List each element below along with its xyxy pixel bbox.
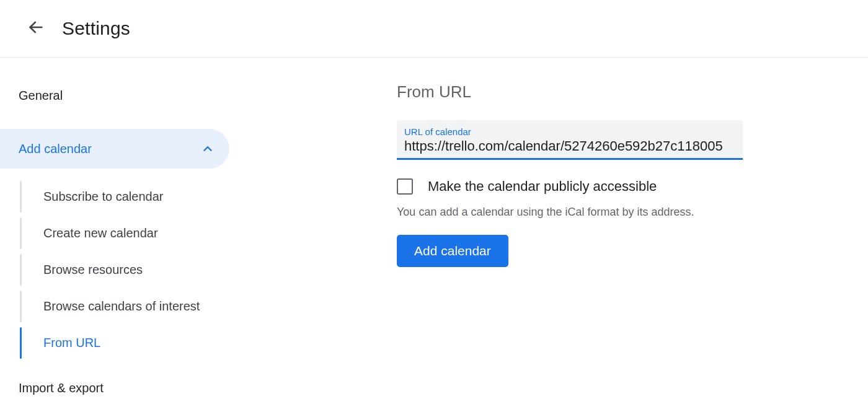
sidebar-item-label: Browse calendars of interest [43, 299, 200, 313]
add-calendar-button[interactable]: Add calendar [397, 235, 508, 267]
sidebar-item-browse-interest[interactable]: Browse calendars of interest [19, 288, 248, 325]
main-content: From URL URL of calendar Make the calend… [248, 58, 868, 402]
url-input[interactable] [404, 138, 735, 154]
sidebar-item-label: Subscribe to calendar [43, 190, 163, 203]
add-calendar-subnav: Subscribe to calendar Create new calenda… [0, 178, 248, 361]
public-checkbox-row[interactable]: Make the calendar publicly accessible [397, 178, 868, 195]
sidebar-item-label: Browse resources [43, 263, 143, 276]
sidebar-item-import-export[interactable]: Import & export [0, 361, 248, 402]
sidebar-item-browse-resources[interactable]: Browse resources [19, 252, 248, 288]
sidebar-item-create-new[interactable]: Create new calendar [19, 215, 248, 252]
public-checkbox[interactable] [397, 178, 413, 195]
url-field[interactable]: URL of calendar [397, 120, 743, 160]
chevron-up-icon [201, 142, 215, 156]
sidebar-item-subscribe[interactable]: Subscribe to calendar [19, 178, 248, 215]
settings-body: General Add calendar Subscribe to calend… [0, 58, 868, 402]
url-field-label: URL of calendar [404, 126, 735, 137]
sidebar-item-add-calendar-label: Add calendar [19, 142, 201, 156]
sidebar-item-label: Create new calendar [43, 226, 158, 240]
helper-text: You can add a calendar using the iCal fo… [397, 206, 868, 219]
settings-sidebar: General Add calendar Subscribe to calend… [0, 58, 248, 402]
sidebar-item-label: From URL [43, 336, 100, 349]
back-button[interactable] [21, 14, 51, 43]
page-title: Settings [62, 18, 130, 39]
public-checkbox-label: Make the calendar publicly accessible [428, 178, 657, 195]
sidebar-item-add-calendar[interactable]: Add calendar [0, 129, 229, 169]
sidebar-item-from-url[interactable]: From URL [19, 325, 248, 361]
section-title: From URL [397, 82, 868, 102]
arrow-left-icon [27, 19, 45, 38]
settings-header: Settings [0, 0, 868, 58]
sidebar-item-general[interactable]: General [0, 82, 248, 109]
